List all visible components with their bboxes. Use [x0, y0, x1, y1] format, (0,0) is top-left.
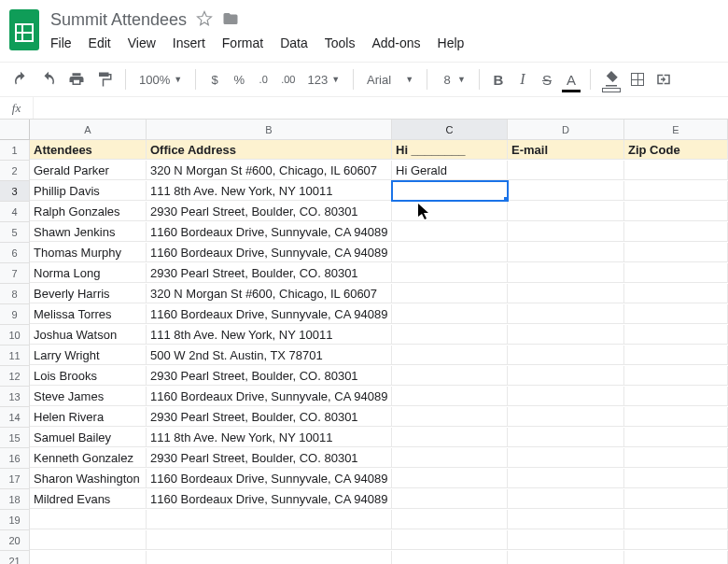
cell-E21[interactable]: [624, 551, 728, 564]
menu-insert[interactable]: Insert: [173, 35, 205, 50]
sheets-app-icon[interactable]: [7, 7, 41, 52]
strikethrough-button[interactable]: S: [538, 68, 556, 91]
cell-C20[interactable]: [392, 530, 508, 550]
row-header-7[interactable]: 7: [0, 263, 30, 284]
cell-A21[interactable]: [30, 551, 147, 564]
cell-E15[interactable]: [624, 428, 728, 447]
cell-D6[interactable]: [508, 243, 624, 262]
cell-E16[interactable]: [624, 448, 728, 468]
cell-B8[interactable]: 320 N Morgan St #600, Chicago, IL 60607: [147, 284, 392, 303]
cell-E12[interactable]: [624, 366, 728, 386]
row-header-8[interactable]: 8: [0, 284, 30, 304]
cell-D1[interactable]: E-mail: [508, 140, 624, 160]
cell-C11[interactable]: [392, 345, 508, 365]
cell-B12[interactable]: 2930 Pearl Street, Boulder, CO. 80301: [147, 366, 392, 386]
menu-data[interactable]: Data: [280, 35, 308, 50]
row-header-12[interactable]: 12: [0, 366, 30, 387]
cell-E10[interactable]: [624, 325, 728, 345]
star-icon[interactable]: [196, 10, 213, 30]
cell-A14[interactable]: Helen Rivera: [30, 407, 147, 427]
font-size-dropdown[interactable]: 8▼: [437, 73, 469, 87]
cell-C21[interactable]: [392, 551, 508, 564]
decrease-decimal-button[interactable]: .0: [254, 68, 273, 91]
cell-A12[interactable]: Lois Brooks: [30, 366, 147, 386]
cell-A11[interactable]: Larry Wright: [30, 345, 147, 365]
row-header-16[interactable]: 16: [0, 448, 30, 469]
increase-decimal-button[interactable]: .00: [278, 68, 298, 91]
row-header-15[interactable]: 15: [0, 428, 30, 448]
cell-C7[interactable]: [392, 263, 508, 283]
menu-format[interactable]: Format: [222, 35, 263, 50]
cell-E9[interactable]: [624, 304, 728, 324]
cell-A15[interactable]: Samuel Bailey: [30, 428, 147, 447]
cell-B7[interactable]: 2930 Pearl Street, Boulder, CO. 80301: [147, 263, 392, 283]
cell-C2[interactable]: Hi Gerald: [392, 161, 508, 180]
cell-B13[interactable]: 1160 Bordeaux Drive, Sunnyvale, CA 94089: [147, 387, 392, 406]
menu-edit[interactable]: Edit: [89, 35, 111, 50]
cell-D12[interactable]: [508, 366, 624, 386]
cell-A6[interactable]: Thomas Murphy: [30, 243, 147, 262]
cell-B3[interactable]: 111 8th Ave. New York, NY 10011: [147, 181, 392, 201]
row-header-13[interactable]: 13: [0, 387, 30, 407]
cell-E8[interactable]: [624, 284, 728, 303]
cell-D16[interactable]: [508, 448, 624, 468]
row-header-17[interactable]: 17: [0, 469, 30, 489]
row-header-14[interactable]: 14: [0, 407, 30, 428]
column-header-A[interactable]: A: [30, 120, 147, 140]
cell-B11[interactable]: 500 W 2nd St. Austin, TX 78701: [147, 345, 392, 365]
cell-C16[interactable]: [392, 448, 508, 468]
currency-button[interactable]: $: [205, 68, 224, 91]
cell-B17[interactable]: 1160 Bordeaux Drive, Sunnyvale, CA 94089: [147, 469, 392, 488]
menu-help[interactable]: Help: [438, 35, 465, 50]
row-header-9[interactable]: 9: [0, 304, 30, 325]
cell-C10[interactable]: [392, 325, 508, 345]
cell-E14[interactable]: [624, 407, 728, 427]
cell-E20[interactable]: [624, 530, 728, 550]
cell-A18[interactable]: Mildred Evans: [30, 489, 147, 509]
cell-A20[interactable]: [30, 530, 147, 550]
cell-A1[interactable]: Attendees: [30, 140, 147, 160]
paint-format-button[interactable]: [93, 68, 116, 91]
cell-A7[interactable]: Norma Long: [30, 263, 147, 283]
cell-D15[interactable]: [508, 428, 624, 447]
row-header-5[interactable]: 5: [0, 222, 30, 243]
number-format-dropdown[interactable]: 123▼: [303, 73, 343, 87]
cell-C1[interactable]: Hi ________: [392, 140, 508, 160]
font-family-dropdown[interactable]: Arial▼: [363, 73, 417, 87]
cell-C18[interactable]: [392, 489, 508, 509]
cell-C5[interactable]: [392, 222, 508, 242]
zoom-dropdown[interactable]: 100%▼: [135, 73, 186, 87]
row-header-19[interactable]: 19: [0, 510, 30, 530]
cell-E4[interactable]: [624, 202, 728, 221]
cell-D2[interactable]: [508, 161, 624, 180]
cell-A19[interactable]: [30, 510, 147, 529]
cell-C17[interactable]: [392, 469, 508, 488]
row-header-6[interactable]: 6: [0, 243, 30, 263]
row-header-3[interactable]: 3: [0, 181, 30, 202]
merge-cells-button[interactable]: [652, 68, 675, 91]
cell-B2[interactable]: 320 N Morgan St #600, Chicago, IL 60607: [147, 161, 392, 180]
row-header-2[interactable]: 2: [0, 161, 30, 181]
cell-D9[interactable]: [508, 304, 624, 324]
cell-D5[interactable]: [508, 222, 624, 242]
cell-B19[interactable]: [147, 510, 392, 529]
row-header-21[interactable]: 21: [0, 551, 30, 564]
cell-E18[interactable]: [624, 489, 728, 509]
column-header-E[interactable]: E: [624, 120, 728, 140]
cell-A13[interactable]: Steve James: [30, 387, 147, 406]
cell-D17[interactable]: [508, 469, 624, 488]
cell-B5[interactable]: 1160 Bordeaux Drive, Sunnyvale, CA 94089: [147, 222, 392, 242]
folder-icon[interactable]: [222, 10, 239, 30]
cell-B6[interactable]: 1160 Bordeaux Drive, Sunnyvale, CA 94089: [147, 243, 392, 262]
select-all-corner[interactable]: [0, 120, 30, 140]
cell-C14[interactable]: [392, 407, 508, 427]
cell-B16[interactable]: 2930 Pearl Street, Boulder, CO. 80301: [147, 448, 392, 468]
cell-E6[interactable]: [624, 243, 728, 262]
cell-A9[interactable]: Melissa Torres: [30, 304, 147, 324]
cell-E7[interactable]: [624, 263, 728, 283]
document-title[interactable]: Summit Attendees: [50, 10, 187, 30]
italic-button[interactable]: I: [513, 68, 532, 91]
percent-button[interactable]: %: [230, 68, 248, 91]
cell-D8[interactable]: [508, 284, 624, 303]
cell-C13[interactable]: [392, 387, 508, 406]
